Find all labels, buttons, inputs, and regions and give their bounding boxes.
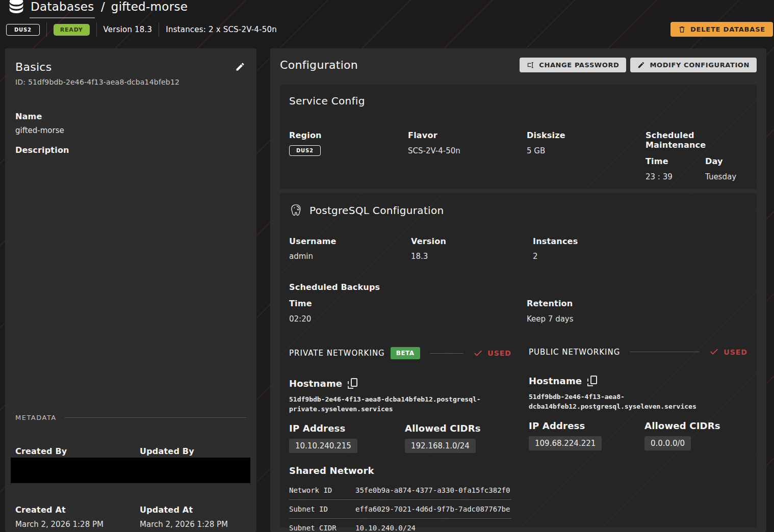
divider xyxy=(65,417,246,418)
divider xyxy=(96,22,97,37)
basics-title: Basics xyxy=(15,61,52,73)
created-at-label: Created At xyxy=(15,505,140,515)
public-networking-heading: PUBLIC NETWORKING xyxy=(529,348,620,357)
breadcrumb-databases-link[interactable]: Databases xyxy=(30,0,95,18)
database-icon xyxy=(6,0,27,16)
pg-version-label: Version xyxy=(411,236,533,246)
private-networking-heading: PRIVATE NETWORKING xyxy=(289,349,385,358)
table-row: Subnet ID effa6029-7021-4d6d-9f7b-7adc08… xyxy=(289,500,511,519)
database-meta-row: DUS2 READY Version 18.3 Instances: 2 x S… xyxy=(6,22,277,37)
region-value-chip: DUS2 xyxy=(289,145,321,156)
database-id: ID: 51df9bdb-2e46-4f13-aea8-dcba14bfeb12 xyxy=(15,78,246,86)
pencil-icon xyxy=(235,62,245,72)
subnet-id-value: effa6029-7021-4d6d-9f7b-7adc087767be xyxy=(355,505,510,513)
network-id-label: Network ID xyxy=(289,486,355,494)
retention-value: Keep 7 days xyxy=(527,314,747,324)
maintenance-day-value: Tuesday xyxy=(705,172,747,181)
metadata-header: METADATA xyxy=(15,414,246,421)
flavor-value: SCS-2V-4-50n xyxy=(408,146,527,155)
region-label: Region xyxy=(289,130,408,140)
shared-network-section: Shared Network Network ID 35fe0b9a-a874-… xyxy=(289,465,511,532)
trash-icon xyxy=(678,25,686,33)
maintenance-time-value: 23 : 39 xyxy=(646,172,705,181)
configuration-title: Configuration xyxy=(280,59,515,71)
delete-database-button[interactable]: DELETE DATABASE xyxy=(670,22,773,37)
basics-panel: Basics ID: 51df9bdb-2e46-4f13-aea8-dcba1… xyxy=(5,48,256,532)
table-row: Subnet CIDR 10.10.240.0/24 xyxy=(289,519,511,532)
private-cidr-value-chip: 192.168.1.0/24 xyxy=(405,439,476,453)
name-label: Name xyxy=(15,112,246,121)
divider xyxy=(46,22,47,37)
private-hostname-value: 51df9bdb-2e46-4f13-aea8-dcba14bfeb12.pos… xyxy=(289,395,491,414)
postgresql-config-card: PostgreSQL Configuration Username admin … xyxy=(280,193,757,527)
breadcrumb-separator: / xyxy=(99,0,105,13)
copy-icon[interactable] xyxy=(348,378,357,389)
status-badge: READY xyxy=(54,24,90,36)
private-used-label: USED xyxy=(487,349,511,357)
public-networking-section: PUBLIC NETWORKING USED Hostname 51df9bdb… xyxy=(529,347,747,532)
updated-at-value: March 2, 2026 1:28 PM xyxy=(140,520,246,529)
delete-database-label: DELETE DATABASE xyxy=(690,25,765,33)
subnet-id-label: Subnet ID xyxy=(289,505,355,513)
created-at-value: March 2, 2026 1:28 PM xyxy=(15,520,140,529)
check-icon xyxy=(473,349,483,358)
private-networking-section: PRIVATE NETWORKING BETA USED Hostname 51… xyxy=(289,347,511,532)
description-label: Description xyxy=(15,145,246,155)
pg-instances-value: 2 xyxy=(533,252,747,261)
public-ip-label: IP Address xyxy=(529,420,644,431)
maintenance-day-label: Day xyxy=(705,156,747,166)
service-config-card: Service Config Region DUS2 Flavor SCS-2V… xyxy=(280,85,757,189)
rename-icon xyxy=(527,61,534,69)
shared-network-title: Shared Network xyxy=(289,465,511,476)
flavor-label: Flavor xyxy=(408,130,527,140)
edit-basics-button[interactable] xyxy=(234,61,246,74)
modify-configuration-button[interactable]: MODIFY CONFIGURATION xyxy=(630,58,757,72)
public-used-label: USED xyxy=(724,348,747,356)
breadcrumb-current: gifted-morse xyxy=(109,0,188,13)
public-ip-value-chip: 109.68.224.221 xyxy=(529,436,602,450)
public-cidr-value-chip: 0.0.0.0/0 xyxy=(644,436,691,450)
created-by-label: Created By xyxy=(15,446,140,456)
username-value: admin xyxy=(289,252,411,261)
public-cidr-label: Allowed CIDRs xyxy=(644,420,747,431)
updated-by-label: Updated By xyxy=(140,446,246,456)
copy-icon[interactable] xyxy=(587,376,597,386)
disksize-value: 5 GB xyxy=(527,146,646,155)
divider xyxy=(159,22,159,37)
postgresql-config-title: PostgreSQL Configuration xyxy=(309,204,444,217)
version-text: Version 18.3 xyxy=(104,25,152,34)
redacted-user-info xyxy=(11,458,250,483)
pg-version-value: 18.3 xyxy=(411,252,533,261)
breadcrumb: Databases / gifted-morse xyxy=(30,0,188,18)
subnet-cidr-value: 10.10.240.0/24 xyxy=(355,524,416,532)
divider xyxy=(430,353,464,354)
public-hostname-label: Hostname xyxy=(529,376,582,386)
private-cidr-label: Allowed CIDRs xyxy=(405,423,511,434)
region-chip: DUS2 xyxy=(6,24,40,36)
shared-network-table: Network ID 35fe0b9a-a874-4377-a330-0fa15… xyxy=(289,481,511,532)
backup-time-value: 02:20 xyxy=(289,314,527,324)
subnet-cidr-label: Subnet CIDR xyxy=(289,524,355,532)
beta-badge: BETA xyxy=(391,347,420,359)
username-label: Username xyxy=(289,236,411,246)
change-password-button[interactable]: CHANGE PASSWORD xyxy=(520,58,626,72)
service-config-title: Service Config xyxy=(289,95,747,107)
configuration-panel: Configuration CHANGE PASSWORD MODIFY CON… xyxy=(270,48,766,532)
postgresql-elephant-icon xyxy=(289,203,303,217)
pg-instances-label: Instances xyxy=(533,236,747,246)
private-ip-value-chip: 10.10.240.215 xyxy=(289,439,357,453)
maintenance-time-label: Time xyxy=(646,156,705,166)
retention-label: Retention xyxy=(527,299,747,308)
scheduled-maintenance-label: Scheduled Maintenance xyxy=(646,130,747,150)
divider xyxy=(630,352,700,352)
table-row: Network ID 35fe0b9a-a874-4377-a330-0fa15… xyxy=(289,481,511,500)
instances-text: Instances: 2 x SCS-2V-4-50n xyxy=(166,25,277,34)
name-value: gifted-morse xyxy=(15,126,246,135)
private-ip-label: IP Address xyxy=(289,423,405,434)
private-hostname-label: Hostname xyxy=(289,378,342,389)
change-password-label: CHANGE PASSWORD xyxy=(539,61,619,69)
disksize-label: Disksize xyxy=(527,130,646,140)
scheduled-backups-label: Scheduled Backups xyxy=(289,282,747,292)
modify-configuration-label: MODIFY CONFIGURATION xyxy=(650,61,750,69)
metadata-label: METADATA xyxy=(15,414,57,421)
